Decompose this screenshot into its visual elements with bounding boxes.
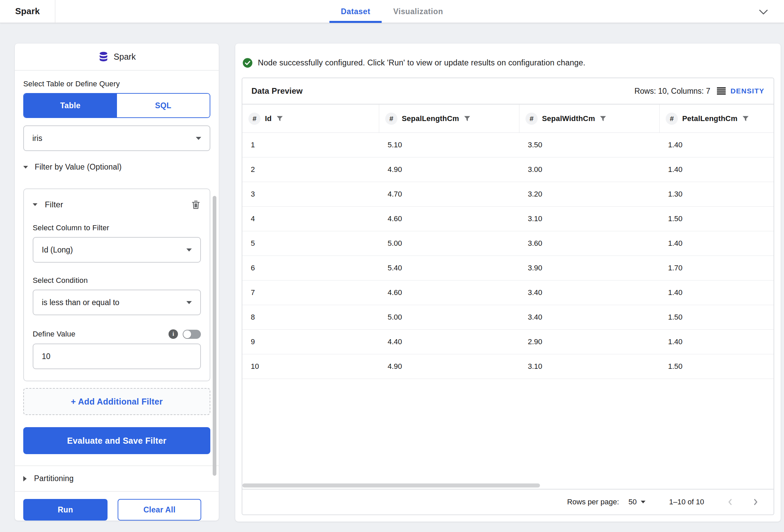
data-cell: 1.30 bbox=[660, 190, 774, 199]
data-cell: 4.40 bbox=[379, 337, 520, 346]
column-header-label: PetalLengthCm bbox=[682, 114, 737, 123]
numeric-type-icon: # bbox=[526, 113, 538, 125]
toggle-option-table[interactable]: Table bbox=[24, 94, 117, 117]
run-button[interactable]: Run bbox=[23, 499, 108, 521]
column-header[interactable]: # PetalLengthCm bbox=[660, 105, 774, 133]
view-tabs: Dataset Visualization bbox=[329, 0, 454, 23]
filter-funnel-icon[interactable] bbox=[742, 115, 749, 122]
horizontal-scrollbar[interactable] bbox=[242, 483, 540, 487]
numeric-type-icon: # bbox=[248, 113, 260, 125]
table-row[interactable]: 74.603.401.40 bbox=[242, 280, 774, 305]
data-cell: 3.50 bbox=[520, 141, 660, 149]
filter-column-value: Id (Long) bbox=[42, 246, 73, 255]
column-header[interactable]: # SepalWidthCm bbox=[520, 105, 660, 133]
rows-per-page-value: 50 bbox=[628, 498, 637, 506]
value-mode-toggle[interactable] bbox=[183, 330, 201, 339]
tab-dataset-label: Dataset bbox=[341, 7, 370, 16]
toggle-sql-label: SQL bbox=[155, 101, 171, 110]
data-cell: 5.10 bbox=[379, 141, 520, 149]
clear-all-button[interactable]: Clear All bbox=[118, 499, 201, 521]
rows-per-page-select[interactable]: 50 bbox=[628, 498, 645, 506]
filter-funnel-icon[interactable] bbox=[599, 115, 607, 122]
tab-visualization-label: Visualization bbox=[393, 7, 443, 16]
active-tab-underline bbox=[329, 21, 382, 23]
tab-visualization[interactable]: Visualization bbox=[382, 0, 455, 23]
evaluate-save-filter-button[interactable]: Evaluate and Save Filter bbox=[23, 427, 210, 454]
filter-condition-value: is less than or equal to bbox=[42, 298, 119, 307]
partitioning-section-toggle[interactable]: Partitioning bbox=[23, 466, 210, 491]
column-header[interactable]: # Id bbox=[242, 105, 379, 133]
row-index-cell: 6 bbox=[242, 264, 379, 272]
row-index-cell: 5 bbox=[242, 239, 379, 248]
data-cell: 3.00 bbox=[520, 165, 660, 174]
column-header-label: SepalLengthCm bbox=[402, 114, 459, 123]
table-row[interactable]: 65.403.901.70 bbox=[242, 256, 774, 280]
define-value-label: Define Value bbox=[33, 330, 76, 338]
page-range-label: 1–10 of 10 bbox=[669, 498, 704, 506]
data-preview-card: Data Preview Rows: 10, Columns: 7 DENSIT… bbox=[242, 78, 774, 515]
data-cell: 3.40 bbox=[520, 313, 660, 321]
toggle-option-sql[interactable]: SQL bbox=[117, 94, 210, 117]
row-index-cell: 9 bbox=[242, 337, 379, 346]
density-lines-icon bbox=[717, 87, 726, 95]
filter-value-input[interactable]: 10 bbox=[33, 343, 201, 369]
data-preview-header: Data Preview Rows: 10, Columns: 7 DENSIT… bbox=[242, 78, 774, 105]
table-select[interactable]: iris bbox=[23, 125, 210, 151]
node-title: Spark bbox=[114, 52, 136, 62]
table-row[interactable]: 94.402.901.40 bbox=[242, 330, 774, 354]
add-additional-filter-button[interactable]: + Add Additional Filter bbox=[23, 388, 210, 415]
previous-page-chevron-icon[interactable] bbox=[725, 497, 735, 507]
evaluate-label: Evaluate and Save Filter bbox=[67, 436, 167, 446]
add-filter-label: + Add Additional Filter bbox=[71, 397, 163, 407]
table-row[interactable]: 44.603.101.50 bbox=[242, 207, 774, 231]
data-cell: 3.60 bbox=[520, 239, 660, 248]
pagination-footer: Rows per page: 50 1–10 of 10 bbox=[242, 489, 774, 514]
horizontal-scroll-track bbox=[242, 483, 774, 488]
next-page-chevron-icon[interactable] bbox=[751, 497, 761, 507]
data-cell: 4.90 bbox=[379, 362, 520, 371]
tab-dataset[interactable]: Dataset bbox=[329, 0, 382, 23]
filter-value: 10 bbox=[42, 352, 51, 361]
filter-funnel-icon[interactable] bbox=[464, 115, 471, 122]
table-row[interactable]: 34.703.201.30 bbox=[242, 182, 774, 207]
density-control[interactable]: DENSITY bbox=[717, 87, 764, 95]
row-index-cell: 8 bbox=[242, 313, 379, 321]
table-body: 15.103.501.4024.903.001.4034.703.201.304… bbox=[242, 133, 774, 379]
filter-funnel-icon[interactable] bbox=[276, 115, 283, 122]
table-row[interactable]: 55.003.601.40 bbox=[242, 231, 774, 256]
rows-per-page-label: Rows per page: bbox=[567, 498, 619, 506]
table-row[interactable]: 15.103.501.40 bbox=[242, 133, 774, 158]
caret-down-icon[interactable] bbox=[33, 203, 37, 206]
status-message: Node successfully configured. Click 'Run… bbox=[258, 58, 586, 67]
data-cell: 3.20 bbox=[520, 190, 660, 199]
column-header[interactable]: # SepalLengthCm bbox=[379, 105, 520, 133]
select-caret-icon bbox=[641, 501, 645, 503]
data-cell: 1.40 bbox=[660, 141, 774, 149]
data-cell: 5.40 bbox=[379, 264, 520, 272]
select-caret-icon bbox=[196, 137, 201, 140]
row-index-cell: 4 bbox=[242, 215, 379, 223]
node-config-panel: Spark Select Table or Define Query Table… bbox=[15, 43, 219, 521]
collapse-panel-chevron-down-icon[interactable] bbox=[757, 5, 770, 18]
caret-down-icon bbox=[23, 166, 28, 169]
select-caret-icon bbox=[187, 249, 192, 252]
info-icon[interactable]: i bbox=[169, 329, 178, 339]
data-cell: 1.70 bbox=[660, 264, 774, 272]
data-cell: 4.70 bbox=[379, 190, 520, 199]
results-panel: Node successfully configured. Click 'Run… bbox=[235, 43, 781, 522]
app-title: Spark bbox=[0, 0, 55, 23]
filter-condition-select[interactable]: is less than or equal to bbox=[33, 289, 201, 315]
table-row[interactable]: 85.003.401.50 bbox=[242, 305, 774, 330]
delete-filter-trash-icon[interactable] bbox=[191, 199, 201, 210]
row-index-cell: 10 bbox=[242, 362, 379, 371]
panel-vertical-scrollbar[interactable] bbox=[213, 196, 216, 476]
table-row[interactable]: 24.903.001.40 bbox=[242, 158, 774, 182]
filter-column-select[interactable]: Id (Long) bbox=[33, 237, 201, 263]
filter-section-toggle[interactable]: Filter by Value (Optional) bbox=[23, 163, 210, 172]
table-row[interactable]: 104.903.101.50 bbox=[242, 354, 774, 379]
source-section-label: Select Table or Define Query bbox=[23, 80, 210, 88]
data-cell: 3.90 bbox=[520, 264, 660, 272]
filter-card: Filter Select Column to Filter Id (Long)… bbox=[23, 189, 210, 381]
row-index-cell: 7 bbox=[242, 288, 379, 297]
data-cell: 1.50 bbox=[660, 215, 774, 223]
